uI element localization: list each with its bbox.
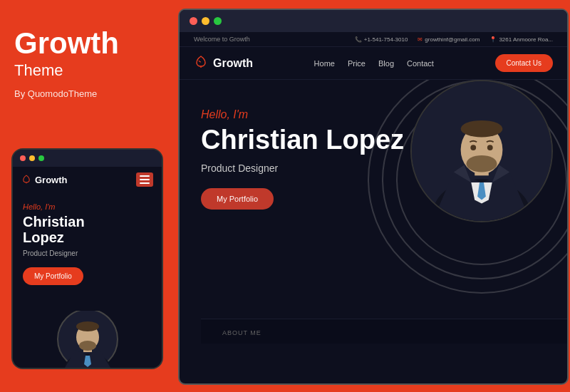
svg-point-12 (76, 321, 99, 331)
deco-circles (361, 80, 567, 336)
nav-link-blog[interactable]: Blog (378, 59, 394, 68)
desktop-logo-text: Growth (213, 57, 253, 70)
mobile-traffic-lights (13, 150, 162, 167)
svg-point-13 (79, 341, 96, 351)
desktop-logo-icon (194, 55, 208, 71)
contact-us-button[interactable]: Contact Us (495, 54, 553, 72)
nav-link-price[interactable]: Price (348, 59, 366, 68)
desktop-dot-green (214, 17, 222, 25)
hero-person-circle (410, 80, 553, 222)
mobile-logo: Growth (21, 174, 68, 186)
mobile-mockup: Growth Hello, I'm Christian Lopez Produc… (11, 148, 163, 369)
mobile-avatar-svg (56, 311, 120, 368)
brand-title: Growth (14, 29, 160, 58)
desktop-topbar: Welcome to Growth 📞 +1-541-754-3010 ✉ gr… (180, 32, 567, 47)
topbar-email: ✉ growthinf@gmail.com (418, 36, 480, 43)
hero-person (410, 80, 553, 279)
mobile-role: Product Designer (23, 249, 152, 257)
location-icon: 📍 (489, 36, 497, 43)
email-icon: ✉ (418, 36, 423, 43)
mobile-logo-text: Growth (35, 175, 68, 185)
mobile-dot-red (20, 155, 26, 161)
desktop-traffic-lights (180, 10, 567, 32)
svg-point-7 (487, 145, 493, 150)
mobile-avatar-area (13, 311, 162, 368)
about-me-label: ABOUT ME (222, 329, 261, 336)
desktop-logo: Growth (194, 55, 253, 71)
mobile-dot-green (38, 155, 44, 161)
mobile-portfolio-button[interactable]: My Portfolio (23, 267, 83, 285)
mobile-name: Christian Lopez (23, 214, 152, 245)
hero-portfolio-button[interactable]: My Portfolio (201, 188, 274, 210)
svg-point-4 (461, 120, 503, 138)
desktop-mockup: Welcome to Growth 📞 +1-541-754-3010 ✉ gr… (178, 9, 569, 385)
hamburger-line-3 (140, 182, 150, 184)
svg-point-5 (466, 155, 497, 172)
nav-link-contact[interactable]: Contact (407, 59, 434, 68)
brand-by: By QuomodoTheme (14, 88, 160, 99)
nav-link-home[interactable]: Home (314, 59, 335, 68)
topbar-welcome: Welcome to Growth (194, 36, 250, 43)
topbar-address: 📍 3261 Anmoore Roa... (489, 36, 553, 43)
desktop-nav-links[interactable]: Home Price Blog Contact (314, 59, 434, 68)
topbar-contacts: 📞 +1-541-754-3010 ✉ growthinf@gmail.com … (355, 36, 553, 43)
desktop-dot-red (190, 17, 197, 25)
desktop-bottom-bar: ABOUT ME (201, 319, 567, 344)
hamburger-line-2 (140, 179, 150, 180)
mobile-hamburger-button[interactable] (136, 172, 153, 187)
hamburger-line-1 (140, 175, 150, 177)
desktop-dot-yellow (202, 17, 209, 25)
mobile-nav: Growth (13, 167, 162, 192)
brand-subtitle: Theme (14, 61, 160, 80)
mobile-hello: Hello, I'm (23, 202, 152, 211)
mobile-dot-yellow (29, 155, 35, 161)
svg-point-6 (470, 145, 476, 150)
mobile-logo-icon (21, 174, 31, 186)
phone-icon: 📞 (355, 36, 362, 43)
topbar-phone: 📞 +1-541-754-3010 (355, 36, 408, 43)
desktop-nav: Growth Home Price Blog Contact Contact U… (180, 47, 567, 80)
desktop-hero: Hello, I'm Christian Lopez Product Desig… (180, 80, 567, 344)
